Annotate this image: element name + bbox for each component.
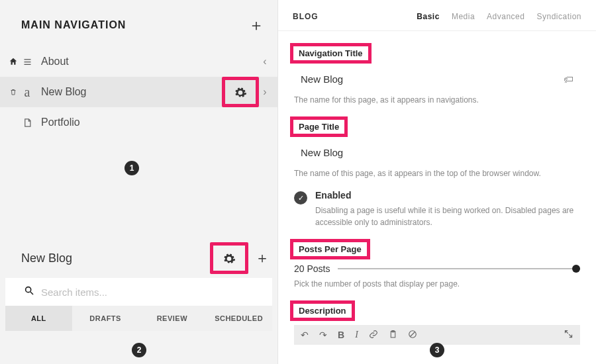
- description-label: Description: [290, 300, 355, 321]
- description-toolbar: ↶ ↷ B I: [294, 325, 580, 345]
- page-icon: [20, 118, 34, 128]
- svg-line-1: [30, 292, 33, 295]
- sidebar-title: MAIN NAVIGATION: [21, 19, 126, 31]
- posts-per-page-helper: Pick the number of posts that display pe…: [294, 278, 580, 290]
- menu-icon: [20, 57, 34, 67]
- redo-icon[interactable]: ↷: [319, 330, 327, 340]
- page-title-helper: The name of this page, as it appears in …: [294, 167, 580, 179]
- posts-per-page-label: Posts Per Page: [290, 239, 370, 259]
- search-icon: [24, 285, 34, 298]
- tab-basic[interactable]: Basic: [417, 12, 440, 21]
- nav-item-new-blog[interactable]: a New Blog ›: [0, 77, 277, 107]
- navigation-title-label: Navigation Title: [290, 43, 372, 64]
- navigation-title-input[interactable]: [301, 73, 564, 85]
- expand-icon[interactable]: [564, 329, 573, 341]
- blog-type-icon: a: [20, 85, 34, 100]
- search-input[interactable]: [41, 287, 260, 298]
- clear-format-icon[interactable]: [408, 330, 417, 341]
- trash-icon[interactable]: [7, 87, 20, 97]
- posts-per-page-slider[interactable]: [338, 268, 580, 269]
- posts-per-page-value: 20 Posts: [294, 263, 330, 274]
- tab-all[interactable]: ALL: [5, 306, 72, 331]
- italic-button[interactable]: I: [355, 330, 358, 340]
- bold-button[interactable]: B: [338, 330, 344, 340]
- tab-syndication[interactable]: Syndication: [536, 12, 581, 21]
- tab-scheduled[interactable]: SCHEDULED: [205, 306, 272, 331]
- clipboard-icon[interactable]: [389, 330, 397, 341]
- highlight-gear-1: [222, 77, 259, 107]
- slider-thumb[interactable]: [572, 265, 580, 273]
- enabled-helper: Disabling a page is useful while it is b…: [315, 205, 580, 228]
- enabled-toggle[interactable]: ✓: [294, 191, 307, 205]
- undo-icon[interactable]: ↶: [301, 330, 309, 340]
- page-title-label: Page Title: [290, 116, 348, 137]
- chevron-right-icon[interactable]: ›: [260, 86, 270, 98]
- tab-media[interactable]: Media: [452, 12, 475, 21]
- enabled-group: ✓ Enabled Disabling a page is useful whi…: [294, 190, 580, 228]
- posts-per-page-group: Posts Per Page 20 Posts Pick the number …: [294, 239, 580, 290]
- search-row: [5, 278, 272, 306]
- nav-item-about[interactable]: About ‹: [0, 46, 277, 77]
- chevron-left-icon: ‹: [260, 56, 270, 68]
- filter-tabs: ALL DRAFTS REVIEW SCHEDULED: [5, 306, 272, 331]
- svg-point-0: [26, 287, 31, 293]
- settings-panel: BLOG Basic Media Advanced Syndication Na…: [278, 0, 596, 364]
- sidebar: MAIN NAVIGATION ＋ About ‹ a New Blog: [0, 0, 278, 364]
- step-badge-1: 1: [124, 161, 139, 175]
- link-icon[interactable]: [369, 330, 378, 341]
- enabled-label: Enabled: [315, 190, 580, 201]
- highlight-gear-2: [210, 242, 248, 274]
- navigation-title-group: Navigation Title 🏷 The name for this pag…: [294, 43, 580, 106]
- tab-drafts[interactable]: DRAFTS: [72, 306, 139, 331]
- page-title-input[interactable]: [301, 147, 573, 158]
- add-page-icon[interactable]: ＋: [248, 15, 264, 36]
- tab-advanced[interactable]: Advanced: [487, 12, 524, 21]
- nav-list: About ‹ a New Blog ›: [0, 46, 277, 138]
- navigation-title-helper: The name for this page, as it appears in…: [294, 94, 580, 106]
- blog-items-title: New Blog: [21, 251, 210, 265]
- blog-items-panel: New Blog ＋ ALL DRAFTS REVIEW SCHEDULED: [0, 246, 277, 331]
- nav-label: Portfolio: [41, 116, 270, 128]
- gear-icon[interactable]: [217, 247, 241, 271]
- nav-label: About: [41, 56, 259, 68]
- store-icon: 🏷: [564, 73, 573, 85]
- svg-line-5: [410, 332, 415, 336]
- add-item-icon[interactable]: ＋: [255, 248, 270, 268]
- gear-icon[interactable]: [229, 81, 252, 104]
- tab-review[interactable]: REVIEW: [139, 306, 206, 331]
- description-group: Description ↶ ↷ B I: [294, 300, 580, 345]
- nav-label: New Blog: [41, 86, 222, 98]
- nav-item-portfolio[interactable]: Portfolio: [0, 107, 277, 138]
- home-icon: [7, 57, 20, 66]
- settings-tabs: Basic Media Advanced Syndication: [417, 12, 581, 21]
- settings-title: BLOG: [293, 12, 417, 21]
- page-title-group: Page Title The name of this page, as it …: [294, 116, 580, 179]
